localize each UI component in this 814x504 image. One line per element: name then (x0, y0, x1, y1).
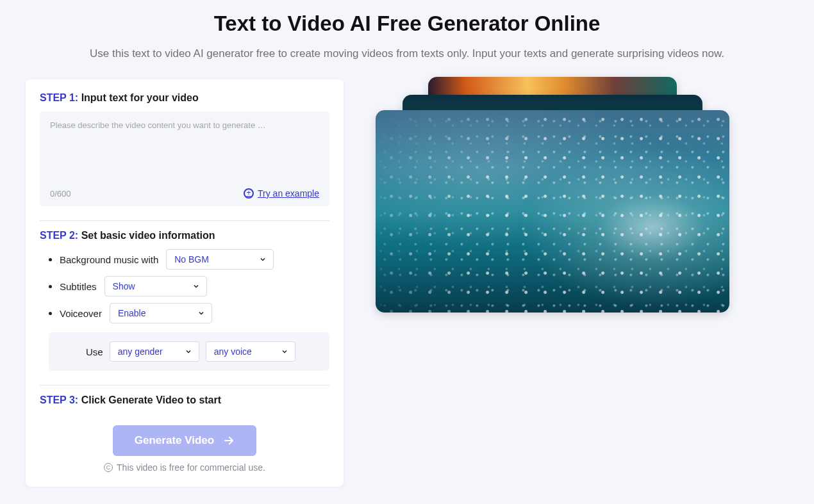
generate-video-button[interactable]: Generate Video (113, 425, 256, 456)
preview-thumb-front (376, 110, 729, 313)
ocean-overlay (376, 110, 729, 313)
page-title: Text to Video AI Free Generator Online (26, 12, 788, 36)
divider (40, 385, 329, 386)
bullet-icon (49, 285, 52, 288)
copyright-icon: C (104, 463, 113, 472)
step3-title: Click Generate Video to start (81, 394, 221, 405)
preview-stack (376, 77, 735, 314)
try-example-link[interactable]: Try an example (244, 188, 319, 199)
prompt-box: 0/600 Try an example (40, 111, 329, 206)
bgm-label: Background music with (60, 254, 158, 265)
subtitles-label: Subtitles (60, 281, 97, 292)
voiceover-label: Voiceover (60, 308, 102, 319)
chevron-down-icon (197, 309, 205, 317)
chevron-down-icon (259, 256, 267, 263)
subtitles-row: Subtitles Show (49, 276, 329, 297)
bgm-select[interactable]: No BGM (166, 249, 274, 270)
voiceover-row: Voiceover Enable (49, 303, 329, 323)
voiceover-value: Enable (118, 308, 146, 318)
step3-label: STEP 3: (40, 394, 78, 405)
voice-value: any voice (214, 346, 252, 357)
prompt-textarea[interactable] (50, 120, 319, 182)
gender-value: any gender (118, 346, 163, 357)
try-example-text: Try an example (258, 188, 319, 199)
bgm-value: No BGM (174, 254, 209, 264)
disclaimer-text: This video is free for commercial use. (117, 462, 265, 473)
page-subtitle: Use this text to video AI generator free… (26, 47, 788, 60)
chevron-down-icon (281, 348, 288, 355)
divider (40, 220, 329, 221)
bgm-row: Background music with No BGM (49, 249, 329, 270)
use-row: Use any gender any voice (49, 332, 329, 371)
subtitles-value: Show (113, 281, 135, 291)
use-label: Use (86, 346, 103, 357)
generate-button-label: Generate Video (135, 434, 214, 447)
generator-card: STEP 1: Input text for your video 0/600 … (26, 79, 344, 487)
step1-label: STEP 1: (40, 92, 78, 103)
step2-header: STEP 2: Set basic video information (40, 230, 329, 241)
bullet-icon (49, 258, 52, 261)
plus-circle-icon (244, 188, 254, 199)
step3-header: STEP 3: Click Generate Video to start (40, 394, 329, 406)
char-counter: 0/600 (50, 189, 71, 199)
step2-title: Set basic video information (81, 230, 215, 241)
bullet-icon (49, 312, 52, 315)
step2-label: STEP 2: (40, 230, 78, 241)
disclaimer: C This video is free for commercial use. (40, 462, 329, 473)
subtitles-select[interactable]: Show (104, 276, 207, 297)
step1-header: STEP 1: Input text for your video (40, 92, 329, 104)
chevron-down-icon (192, 282, 200, 290)
chevron-down-icon (185, 348, 192, 355)
arrow-right-icon (223, 435, 235, 446)
gender-select[interactable]: any gender (110, 341, 199, 362)
step1-title: Input text for your video (81, 92, 199, 103)
voice-select[interactable]: any voice (206, 341, 295, 362)
voiceover-select[interactable]: Enable (110, 303, 212, 323)
